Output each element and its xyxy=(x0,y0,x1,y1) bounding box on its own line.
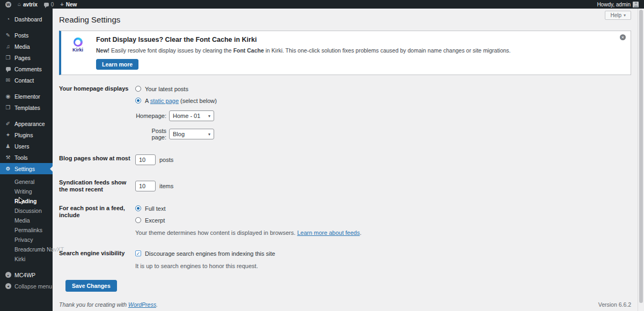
radio-icon[interactable] xyxy=(135,217,141,223)
sidebar-item-plugins[interactable]: ✦ Plugins xyxy=(0,129,53,140)
feed-desc-suffix: . xyxy=(360,229,361,236)
main-content: Help ▾ Reading Settings Kirki Font Displ… xyxy=(53,9,638,311)
comments-icon xyxy=(4,67,12,71)
posts-page-select-value: Blog xyxy=(173,131,185,137)
dismiss-notice-icon[interactable]: ✕ xyxy=(620,34,626,40)
notice-body-new: New! xyxy=(96,47,109,54)
wordpress-link[interactable]: WordPress xyxy=(128,301,156,308)
collapse-arrow-icon: ◂ xyxy=(4,283,12,289)
chevron-down-icon: ▾ xyxy=(624,13,626,18)
howdy-label: Howdy, admin xyxy=(597,2,631,8)
settings-icon: ⚙ xyxy=(4,166,12,172)
radio-icon[interactable] xyxy=(135,86,141,92)
homepage-select-row: Homepage: Home - 01 ▾ xyxy=(135,110,638,121)
wordpress-logo-icon[interactable]: W xyxy=(5,2,11,8)
sidebar-item-settings[interactable]: ⚙ Settings xyxy=(0,163,53,174)
submenu-item-breadcrumb-navxt[interactable]: Breadcrumb NavXT xyxy=(0,245,53,254)
help-label: Help xyxy=(610,12,621,18)
sidebar-item-label: Settings xyxy=(14,166,35,172)
homepage-select-value: Home - 01 xyxy=(173,113,200,119)
collapse-menu-button[interactable]: ◂ Collapse menu xyxy=(0,280,53,292)
submenu-item-media[interactable]: Media xyxy=(0,216,53,225)
items-unit-label: items xyxy=(159,183,173,189)
kirki-logo-label: Kirki xyxy=(69,47,87,53)
discourage-indexing-option[interactable]: ✓ Discourage search engines from indexin… xyxy=(135,249,638,257)
sidebar-item-label: Appearance xyxy=(14,121,45,127)
submenu-item-general[interactable]: General xyxy=(0,177,53,187)
comments-count-link[interactable]: 0 xyxy=(44,2,54,8)
sidebar-item-media[interactable]: ♫ Media xyxy=(0,41,53,52)
static-page-prefix: A xyxy=(145,98,150,104)
excerpt-radio-option[interactable]: Excerpt xyxy=(135,216,638,224)
page-title: Reading Settings xyxy=(59,15,638,24)
submenu-item-reading[interactable]: Reading xyxy=(0,196,53,206)
site-name-link[interactable]: ⌂ avtrix xyxy=(18,2,38,8)
user-avatar xyxy=(633,2,639,8)
person-icon: ♟ xyxy=(4,143,12,149)
plugin-icon: ✦ xyxy=(4,132,12,138)
scrollbar-thumb[interactable] xyxy=(639,10,643,303)
posts-page-select-label: Posts page: xyxy=(135,128,166,140)
search-visibility-description: It is up to search engines to honor this… xyxy=(135,263,638,270)
sidebar-item-pages[interactable]: ❐ Pages xyxy=(0,52,53,63)
feed-items-input[interactable] xyxy=(135,181,156,191)
sidebar-item-contact[interactable]: ✉ Contact xyxy=(0,75,53,86)
footer-version: Version 6.6.2 xyxy=(598,301,631,308)
notice-title: Font Display Issues? Clear the Font Cach… xyxy=(96,36,510,44)
sidebar-item-templates[interactable]: ❒ Templates xyxy=(0,102,53,113)
full-text-radio-option[interactable]: Full text xyxy=(135,204,638,212)
chevron-down-icon: ▾ xyxy=(208,114,210,119)
kirki-notice: Kirki Font Display Issues? Clear the Fon… xyxy=(59,31,631,75)
sidebar-item-comments[interactable]: Comments xyxy=(0,63,53,75)
sidebar-item-posts[interactable]: ✎ Posts xyxy=(0,29,53,41)
sidebar-item-elementor[interactable]: ◉ Elementor xyxy=(0,91,53,102)
envelope-icon: ✉ xyxy=(4,77,12,83)
mouse-cursor xyxy=(18,197,25,205)
static-page-radio-option[interactable]: A static page (select below) xyxy=(135,97,638,105)
learn-more-button[interactable]: Learn more xyxy=(96,59,138,70)
comment-bubble-icon xyxy=(44,3,49,6)
help-button[interactable]: Help ▾ xyxy=(605,11,631,20)
feed-desc-text: Your theme determines how content is dis… xyxy=(135,229,297,236)
checkbox-checked-icon[interactable]: ✓ xyxy=(135,250,141,256)
submenu-item-permalinks[interactable]: Permalinks xyxy=(0,225,53,235)
sidebar-item-label: Users xyxy=(14,143,29,150)
latest-posts-radio-option[interactable]: Your latest posts xyxy=(135,85,638,93)
notice-body-text2: in Kirki. This one-click solution fixes … xyxy=(264,47,511,54)
sidebar-item-appearance[interactable]: ✐ Appearance xyxy=(0,118,53,129)
submenu-item-discussion[interactable]: Discussion xyxy=(0,206,53,216)
new-content-link[interactable]: + New xyxy=(60,2,77,8)
wordpress-admin-page: W ⌂ avtrix 0 + New Howdy, admin ◔ xyxy=(0,0,644,311)
sidebar-item-users[interactable]: ♟ Users xyxy=(0,140,53,152)
submenu-item-writing[interactable]: Writing xyxy=(0,187,53,196)
kirki-logo: Kirki xyxy=(69,36,87,70)
submenu-item-kirki[interactable]: Kirki xyxy=(0,254,53,264)
static-page-link[interactable]: static page xyxy=(150,98,179,104)
sidebar-item-tools[interactable]: ⚒ Tools xyxy=(0,152,53,163)
blog-pages-label: Blog pages show at most xyxy=(59,154,135,165)
sidebar-item-label: Contact xyxy=(14,77,34,84)
mc4wp-icon: ▲ xyxy=(4,272,12,278)
brush-icon: ✐ xyxy=(4,121,12,127)
account-menu[interactable]: Howdy, admin xyxy=(597,2,639,8)
folder-icon: ❒ xyxy=(4,105,12,110)
sidebar-item-dashboard[interactable]: ◔ Dashboard xyxy=(0,13,53,25)
homepage-select[interactable]: Home - 01 ▾ xyxy=(169,110,214,121)
sidebar-item-mc4wp[interactable]: ▲ MC4WP xyxy=(0,269,53,280)
save-changes-button[interactable]: Save Changes xyxy=(65,280,117,292)
homepage-displays-row: Your homepage displays Your latest posts… xyxy=(59,85,638,140)
feed-content-description: Your theme determines how content is dis… xyxy=(135,229,638,236)
static-page-radio-label: A static page (select below) xyxy=(145,98,217,104)
search-visibility-row: Search engine visibility ✓ Discourage se… xyxy=(59,249,638,270)
sidebar-item-label: Elementor xyxy=(14,93,40,100)
radio-checked-icon[interactable] xyxy=(135,205,141,211)
posts-per-page-input[interactable] xyxy=(135,154,156,165)
chevron-down-icon: ▾ xyxy=(208,132,210,137)
discourage-indexing-label: Discourage search engines from indexing … xyxy=(145,250,275,257)
posts-page-select[interactable]: Blog ▾ xyxy=(169,129,214,139)
learn-more-feeds-link[interactable]: Learn more about feeds xyxy=(297,229,360,236)
home-icon: ⌂ xyxy=(18,2,21,7)
radio-checked-icon[interactable] xyxy=(135,98,141,103)
submenu-item-privacy[interactable]: Privacy xyxy=(0,235,53,245)
page-scrollbar[interactable] xyxy=(638,9,644,311)
